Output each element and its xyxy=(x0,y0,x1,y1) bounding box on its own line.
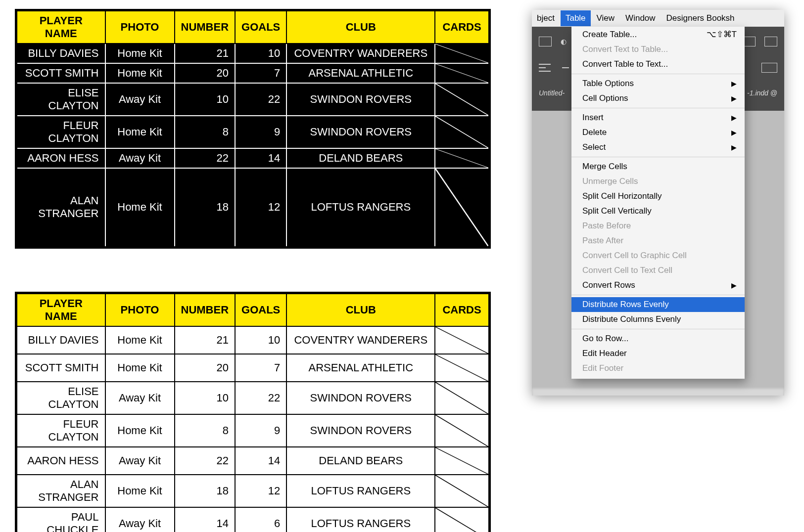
cell-club[interactable]: COVENTRY WANDERERS xyxy=(286,326,435,354)
cell-club[interactable]: SWINDON ROVERS xyxy=(286,116,435,148)
cell-club[interactable]: LOFTUS RANGERS xyxy=(286,475,435,507)
menu-item[interactable]: Edit Header xyxy=(571,346,745,361)
menu-item[interactable]: Merge Cells xyxy=(571,159,745,174)
players-table-after[interactable]: PLAYER NAME PHOTO NUMBER GOALS CLUB CARD… xyxy=(15,292,491,532)
cell-goals[interactable]: 12 xyxy=(235,475,286,507)
table-row[interactable]: SCOTT SMITHHome Kit207ARSENAL ATHLETIC xyxy=(16,354,490,382)
cell-photo[interactable]: Home Kit xyxy=(105,63,175,83)
cell-name[interactable]: BILLY DAVIES xyxy=(16,326,105,354)
cell-club[interactable]: COVENTRY WANDERERS xyxy=(286,44,435,63)
cell-cards-empty[interactable] xyxy=(435,326,489,354)
cell-goals[interactable]: 22 xyxy=(235,382,286,414)
menubar-item-window[interactable]: Window xyxy=(625,13,655,23)
menu-item[interactable]: Cell Options▶ xyxy=(571,91,745,106)
cell-club[interactable]: LOFTUS RANGERS xyxy=(286,507,435,532)
menu-item[interactable]: Delete▶ xyxy=(571,125,745,140)
cell-number[interactable]: 22 xyxy=(175,447,236,475)
menu-item[interactable]: Convert Table to Text... xyxy=(571,57,745,72)
cell-number[interactable]: 21 xyxy=(175,326,236,354)
table-row[interactable]: AARON HESSAway Kit2214DELAND BEARS xyxy=(16,447,490,475)
cell-photo[interactable]: Away Kit xyxy=(105,507,175,532)
table-row[interactable]: ALAN STRANGERHome Kit1812LOFTUS RANGERS xyxy=(16,168,490,247)
menubar-item-table[interactable]: Table xyxy=(561,10,591,26)
table-row[interactable]: ELISE CLAYTONAway Kit1022SWINDON ROVERS xyxy=(16,382,490,414)
cell-number[interactable]: 21 xyxy=(175,44,236,63)
cell-goals[interactable]: 14 xyxy=(235,447,286,475)
menu-item[interactable]: Go to Row... xyxy=(571,331,745,346)
cell-number[interactable]: 14 xyxy=(175,507,236,532)
table-row[interactable]: ELISE CLAYTONAway Kit1022SWINDON ROVERS xyxy=(16,83,490,116)
cell-goals[interactable]: 7 xyxy=(235,354,286,382)
cell-photo[interactable]: Away Kit xyxy=(105,382,175,414)
cell-number[interactable]: 10 xyxy=(175,83,236,116)
cell-name[interactable]: FLEUR CLAYTON xyxy=(16,116,105,148)
cell-name[interactable]: BILLY DAVIES xyxy=(16,44,105,63)
cell-number[interactable]: 8 xyxy=(175,414,236,447)
cell-number[interactable]: 18 xyxy=(175,475,236,507)
document-tab[interactable]: Untitled- xyxy=(539,89,565,97)
table-row[interactable]: BILLY DAVIESHome Kit2110COVENTRY WANDERE… xyxy=(16,44,490,63)
cell-name[interactable]: ELISE CLAYTON xyxy=(16,382,105,414)
cell-number[interactable]: 10 xyxy=(175,382,236,414)
menubar[interactable]: bject Table View Window Designers Booksh xyxy=(532,10,784,27)
cell-number[interactable]: 8 xyxy=(175,116,236,148)
menu-item[interactable]: Table Options▶ xyxy=(571,76,745,91)
cell-number[interactable]: 20 xyxy=(175,354,236,382)
cell-number[interactable]: 18 xyxy=(175,168,236,247)
cell-photo[interactable]: Home Kit xyxy=(105,475,175,507)
cell-name[interactable]: PAUL CHUCKLE xyxy=(16,507,105,532)
cell-goals[interactable]: 10 xyxy=(235,44,286,63)
cell-name[interactable]: AARON HESS xyxy=(16,447,105,475)
table-menu-dropdown[interactable]: Create Table...⌥⇧⌘TConvert Text to Table… xyxy=(571,27,745,379)
menu-item[interactable]: Insert▶ xyxy=(571,110,745,125)
cell-photo[interactable]: Home Kit xyxy=(105,44,175,63)
cell-club[interactable]: ARSENAL ATHLETIC xyxy=(286,63,435,83)
cell-cards-empty[interactable] xyxy=(435,447,489,475)
menubar-item-view[interactable]: View xyxy=(597,13,615,23)
cell-goals[interactable]: 12 xyxy=(235,168,286,247)
cell-cards-empty[interactable] xyxy=(435,382,489,414)
cell-number[interactable]: 20 xyxy=(175,63,236,83)
cell-club[interactable]: SWINDON ROVERS xyxy=(286,414,435,447)
cell-goals[interactable]: 9 xyxy=(235,116,286,148)
menu-item[interactable]: Select▶ xyxy=(571,140,745,155)
menu-item[interactable]: Convert Rows▶ xyxy=(571,278,745,293)
cell-goals[interactable]: 22 xyxy=(235,83,286,116)
cell-name[interactable]: AARON HESS xyxy=(16,148,105,168)
menubar-item-object[interactable]: bject xyxy=(537,13,555,23)
menu-item[interactable]: Distribute Rows Evenly xyxy=(571,297,745,312)
cell-photo[interactable]: Home Kit xyxy=(105,116,175,148)
cell-photo[interactable]: Away Kit xyxy=(105,83,175,116)
cell-photo[interactable]: Home Kit xyxy=(105,414,175,447)
cell-photo[interactable]: Home Kit xyxy=(105,326,175,354)
cell-club[interactable]: SWINDON ROVERS xyxy=(286,83,435,116)
players-table-before[interactable]: PLAYER NAME PHOTO NUMBER GOALS CLUB CARD… xyxy=(15,9,491,249)
cell-club[interactable]: SWINDON ROVERS xyxy=(286,382,435,414)
table-row[interactable]: FLEUR CLAYTONHome Kit89SWINDON ROVERS xyxy=(16,414,490,447)
cell-name[interactable]: ALAN STRANGER xyxy=(16,475,105,507)
cell-goals[interactable]: 7 xyxy=(235,63,286,83)
align-center-icon[interactable] xyxy=(560,64,571,72)
table-row[interactable]: SCOTT SMITHHome Kit207ARSENAL ATHLETIC xyxy=(16,63,490,83)
cell-cards-empty[interactable] xyxy=(435,148,489,168)
menu-item[interactable]: Create Table...⌥⇧⌘T xyxy=(571,27,745,42)
cell-style-icon-2[interactable] xyxy=(764,37,777,46)
table-row[interactable]: PAUL CHUCKLEAway Kit146LOFTUS RANGERS xyxy=(16,507,490,532)
cell-cards-empty[interactable] xyxy=(435,354,489,382)
cell-cards-empty[interactable] xyxy=(435,414,489,447)
table-row[interactable]: FLEUR CLAYTONHome Kit89SWINDON ROVERS xyxy=(16,116,490,148)
menu-item[interactable]: Split Cell Horizontally xyxy=(571,189,745,204)
table-row[interactable]: ALAN STRANGERHome Kit1812LOFTUS RANGERS xyxy=(16,475,490,507)
cell-club[interactable]: DELAND BEARS xyxy=(286,148,435,168)
menu-item[interactable]: Split Cell Vertically xyxy=(571,204,745,219)
cell-cards-empty[interactable] xyxy=(435,475,489,507)
cell-goals[interactable]: 9 xyxy=(235,414,286,447)
cell-photo[interactable]: Home Kit xyxy=(105,168,175,247)
cell-photo[interactable]: Home Kit xyxy=(105,354,175,382)
cell-goals[interactable]: 14 xyxy=(235,148,286,168)
cell-number[interactable]: 22 xyxy=(175,148,236,168)
eye-icon[interactable]: ◐ xyxy=(561,38,567,45)
cell-club[interactable]: DELAND BEARS xyxy=(286,447,435,475)
cell-goals[interactable]: 6 xyxy=(235,507,286,532)
cell-photo[interactable]: Away Kit xyxy=(105,148,175,168)
